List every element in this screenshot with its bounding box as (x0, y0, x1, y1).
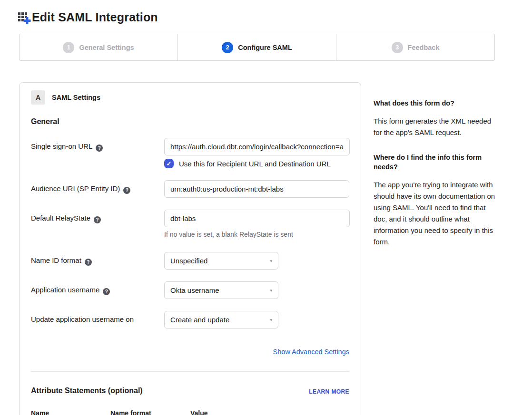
help-sidebar: What does this form do? This form genera… (374, 98, 498, 248)
section-divider (31, 371, 349, 372)
step-2-label: Configure SAML (238, 44, 292, 51)
update-username-label-cell: Update application username on (31, 311, 164, 328)
name-id-format-value: Unspecified (170, 257, 207, 265)
relaystate-input[interactable] (164, 210, 350, 227)
application-username-value: Okta username (170, 286, 219, 294)
row-single-sign-on-url: Single sign-on URL? ✓ Use this for Recip… (31, 138, 349, 168)
chevron-down-icon: ▾ (270, 259, 272, 263)
general-heading: General (31, 117, 349, 126)
row-audience-uri: Audience URI (SP Entity ID)? (31, 180, 349, 198)
section-title: SAML Settings (52, 94, 100, 101)
step-2-number: 2 (222, 42, 233, 53)
step-wizard: 1 General Settings 2 Configure SAML 3 Fe… (19, 34, 495, 61)
relaystate-hint: If no value is set, a blank RelayState i… (164, 231, 350, 238)
step-general-settings[interactable]: 1 General Settings (20, 34, 178, 60)
help-answer-2: The app you're trying to integrate with … (374, 179, 498, 248)
name-id-label-cell: Name ID format? (31, 252, 164, 270)
step-1-label: General Settings (79, 44, 134, 51)
chevron-down-icon: ▾ (270, 288, 272, 293)
row-application-username: Application username? Okta username ▾ (31, 281, 349, 299)
sso-url-label-cell: Single sign-on URL? (31, 138, 164, 168)
relaystate-label: Default RelayState (31, 214, 90, 222)
help-question-2: Where do I find the info this form needs… (374, 153, 498, 172)
step-3-number: 3 (392, 42, 403, 53)
row-update-username: Update application username on Create an… (31, 311, 349, 328)
step-3-label: Feedback (408, 44, 440, 51)
attribute-table-header: Name Name format Value (31, 409, 349, 415)
chevron-down-icon: ▾ (270, 318, 272, 322)
attribute-statements-title: Attribute Statements (optional) (31, 386, 143, 395)
column-name: Name (31, 409, 110, 415)
show-advanced-settings-link[interactable]: Show Advanced Settings (273, 348, 349, 356)
page-header: Edit SAML Integration (18, 10, 158, 24)
app-grid-add-icon (18, 10, 31, 24)
help-question-1: What does this form do? (374, 98, 498, 108)
audience-uri-input[interactable] (164, 180, 349, 198)
recipient-url-checkbox-label: Use this for Recipient URL and Destinati… (179, 160, 331, 168)
recipient-url-checkbox[interactable]: ✓ (164, 159, 174, 168)
app-username-label: Application username (31, 286, 99, 294)
name-id-format-select[interactable]: Unspecified ▾ (164, 252, 278, 270)
update-username-select[interactable]: Create and update ▾ (164, 311, 278, 328)
saml-settings-card: A SAML Settings General Single sign-on U… (19, 82, 361, 415)
relaystate-label-cell: Default RelayState? (31, 210, 164, 238)
audience-uri-help-icon[interactable]: ? (123, 187, 130, 194)
sso-checkbox-row: ✓ Use this for Recipient URL and Destina… (164, 159, 350, 168)
app-username-label-cell: Application username? (31, 281, 164, 299)
audience-uri-label-cell: Audience URI (SP Entity ID)? (31, 180, 164, 198)
row-default-relaystate: Default RelayState? If no value is set, … (31, 210, 349, 238)
step-1-number: 1 (63, 42, 74, 53)
section-head: A SAML Settings (31, 90, 349, 105)
step-configure-saml[interactable]: 2 Configure SAML (178, 34, 336, 60)
sso-url-label: Single sign-on URL (31, 142, 92, 150)
attribute-statements-head: Attribute Statements (optional) LEARN MO… (31, 386, 349, 395)
page-title: Edit SAML Integration (32, 10, 158, 24)
sso-url-help-icon[interactable]: ? (96, 145, 103, 152)
update-username-label: Update application username on (31, 315, 134, 323)
name-id-label: Name ID format (31, 256, 81, 264)
row-name-id-format: Name ID format? Unspecified ▾ (31, 252, 349, 270)
update-username-value: Create and update (170, 316, 229, 324)
audience-uri-label: Audience URI (SP Entity ID) (31, 184, 120, 193)
help-answer-1: This form generates the XML needed for t… (374, 116, 498, 138)
learn-more-link[interactable]: LEARN MORE (309, 388, 349, 395)
name-id-help-icon[interactable]: ? (85, 259, 92, 266)
application-username-select[interactable]: Okta username ▾ (164, 281, 278, 299)
column-name-format: Name format (110, 409, 190, 415)
app-username-help-icon[interactable]: ? (103, 288, 110, 295)
column-value: Value (190, 409, 208, 415)
sso-url-input[interactable] (164, 138, 350, 155)
relaystate-help-icon[interactable]: ? (94, 216, 101, 223)
section-badge-a: A (31, 90, 45, 105)
step-feedback[interactable]: 3 Feedback (336, 34, 494, 60)
advanced-settings-row: Show Advanced Settings (31, 347, 349, 356)
